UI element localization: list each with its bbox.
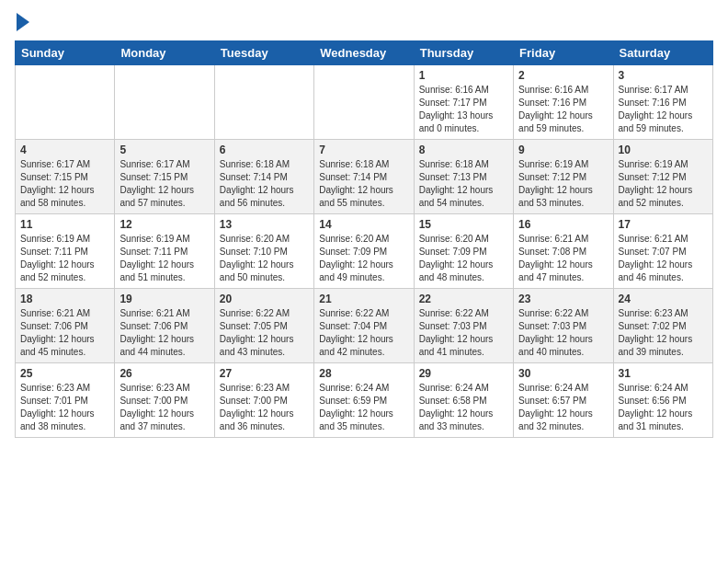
calendar-cell: 29Sunrise: 6:24 AM Sunset: 6:58 PM Dayli…	[414, 363, 513, 438]
day-number: 9	[518, 144, 608, 156]
calendar-cell	[314, 65, 414, 140]
calendar-cell: 26Sunrise: 6:23 AM Sunset: 7:00 PM Dayli…	[115, 363, 214, 438]
calendar-table: SundayMondayTuesdayWednesdayThursdayFrid…	[15, 40, 713, 438]
calendar-cell: 15Sunrise: 6:20 AM Sunset: 7:09 PM Dayli…	[414, 214, 513, 289]
calendar-week-row: 1Sunrise: 6:16 AM Sunset: 7:17 PM Daylig…	[16, 65, 713, 140]
day-number: 2	[518, 69, 608, 82]
calendar-cell: 31Sunrise: 6:24 AM Sunset: 6:56 PM Dayli…	[613, 363, 712, 438]
calendar-cell	[214, 65, 313, 140]
day-info: Sunrise: 6:19 AM Sunset: 7:12 PM Dayligh…	[518, 158, 608, 210]
logo-arrow-icon	[17, 13, 29, 31]
day-number: 6	[220, 144, 309, 156]
day-info: Sunrise: 6:21 AM Sunset: 7:06 PM Dayligh…	[20, 307, 109, 359]
column-header-saturday: Saturday	[613, 41, 712, 65]
day-info: Sunrise: 6:22 AM Sunset: 7:05 PM Dayligh…	[220, 307, 309, 359]
calendar-cell: 14Sunrise: 6:20 AM Sunset: 7:09 PM Dayli…	[314, 214, 414, 289]
day-number: 17	[619, 218, 708, 231]
calendar-cell: 20Sunrise: 6:22 AM Sunset: 7:05 PM Dayli…	[214, 289, 313, 363]
day-info: Sunrise: 6:18 AM Sunset: 7:13 PM Dayligh…	[419, 158, 508, 210]
day-number: 30	[518, 367, 608, 380]
calendar-cell: 5Sunrise: 6:17 AM Sunset: 7:15 PM Daylig…	[115, 140, 214, 214]
day-number: 26	[119, 367, 209, 380]
calendar-cell: 10Sunrise: 6:19 AM Sunset: 7:12 PM Dayli…	[613, 140, 712, 214]
day-number: 18	[20, 293, 109, 305]
day-number: 24	[619, 293, 708, 305]
calendar-cell: 8Sunrise: 6:18 AM Sunset: 7:13 PM Daylig…	[414, 140, 513, 214]
calendar-header-row: SundayMondayTuesdayWednesdayThursdayFrid…	[16, 41, 713, 65]
day-info: Sunrise: 6:24 AM Sunset: 6:58 PM Dayligh…	[419, 382, 508, 433]
day-number: 28	[319, 367, 408, 380]
day-info: Sunrise: 6:23 AM Sunset: 7:02 PM Dayligh…	[619, 307, 708, 359]
day-info: Sunrise: 6:20 AM Sunset: 7:09 PM Dayligh…	[419, 233, 508, 284]
calendar-week-row: 25Sunrise: 6:23 AM Sunset: 7:01 PM Dayli…	[16, 363, 713, 438]
calendar-cell: 22Sunrise: 6:22 AM Sunset: 7:03 PM Dayli…	[414, 289, 513, 363]
day-info: Sunrise: 6:22 AM Sunset: 7:03 PM Dayligh…	[518, 307, 608, 359]
day-info: Sunrise: 6:19 AM Sunset: 7:11 PM Dayligh…	[119, 233, 209, 284]
column-header-thursday: Thursday	[414, 41, 513, 65]
calendar-cell: 24Sunrise: 6:23 AM Sunset: 7:02 PM Dayli…	[613, 289, 712, 363]
day-info: Sunrise: 6:21 AM Sunset: 7:07 PM Dayligh…	[619, 233, 708, 284]
day-info: Sunrise: 6:20 AM Sunset: 7:10 PM Dayligh…	[220, 233, 309, 284]
day-info: Sunrise: 6:24 AM Sunset: 6:56 PM Dayligh…	[619, 382, 708, 433]
calendar-cell: 12Sunrise: 6:19 AM Sunset: 7:11 PM Dayli…	[115, 214, 214, 289]
calendar-cell: 25Sunrise: 6:23 AM Sunset: 7:01 PM Dayli…	[16, 363, 115, 438]
column-header-friday: Friday	[514, 41, 613, 65]
day-info: Sunrise: 6:22 AM Sunset: 7:04 PM Dayligh…	[319, 307, 408, 359]
calendar-week-row: 18Sunrise: 6:21 AM Sunset: 7:06 PM Dayli…	[16, 289, 713, 363]
logo	[15, 15, 29, 31]
day-info: Sunrise: 6:17 AM Sunset: 7:15 PM Dayligh…	[119, 158, 209, 210]
day-number: 5	[119, 144, 209, 156]
day-number: 11	[20, 218, 109, 231]
day-info: Sunrise: 6:21 AM Sunset: 7:06 PM Dayligh…	[119, 307, 209, 359]
day-info: Sunrise: 6:22 AM Sunset: 7:03 PM Dayligh…	[419, 307, 508, 359]
day-number: 19	[119, 293, 209, 305]
day-info: Sunrise: 6:16 AM Sunset: 7:16 PM Dayligh…	[518, 84, 608, 135]
calendar-cell: 7Sunrise: 6:18 AM Sunset: 7:14 PM Daylig…	[314, 140, 414, 214]
column-header-tuesday: Tuesday	[214, 41, 313, 65]
calendar-cell: 16Sunrise: 6:21 AM Sunset: 7:08 PM Dayli…	[514, 214, 613, 289]
day-info: Sunrise: 6:20 AM Sunset: 7:09 PM Dayligh…	[319, 233, 408, 284]
calendar-cell: 27Sunrise: 6:23 AM Sunset: 7:00 PM Dayli…	[214, 363, 313, 438]
day-info: Sunrise: 6:17 AM Sunset: 7:15 PM Dayligh…	[20, 158, 109, 210]
day-number: 16	[518, 218, 608, 231]
day-info: Sunrise: 6:17 AM Sunset: 7:16 PM Dayligh…	[619, 84, 708, 135]
calendar-week-row: 4Sunrise: 6:17 AM Sunset: 7:15 PM Daylig…	[16, 140, 713, 214]
calendar-cell: 3Sunrise: 6:17 AM Sunset: 7:16 PM Daylig…	[613, 65, 712, 140]
day-number: 7	[319, 144, 408, 156]
calendar-cell	[16, 65, 115, 140]
column-header-monday: Monday	[115, 41, 214, 65]
day-number: 14	[319, 218, 408, 231]
day-number: 3	[619, 69, 708, 82]
calendar-week-row: 11Sunrise: 6:19 AM Sunset: 7:11 PM Dayli…	[16, 214, 713, 289]
day-number: 10	[619, 144, 708, 156]
day-number: 13	[220, 218, 309, 231]
day-info: Sunrise: 6:19 AM Sunset: 7:11 PM Dayligh…	[20, 233, 109, 284]
calendar-cell: 2Sunrise: 6:16 AM Sunset: 7:16 PM Daylig…	[514, 65, 613, 140]
day-info: Sunrise: 6:24 AM Sunset: 6:57 PM Dayligh…	[518, 382, 608, 433]
page-header	[15, 15, 713, 31]
day-number: 8	[419, 144, 508, 156]
calendar-cell: 28Sunrise: 6:24 AM Sunset: 6:59 PM Dayli…	[314, 363, 414, 438]
calendar-cell: 21Sunrise: 6:22 AM Sunset: 7:04 PM Dayli…	[314, 289, 414, 363]
calendar-cell: 9Sunrise: 6:19 AM Sunset: 7:12 PM Daylig…	[514, 140, 613, 214]
calendar-cell: 4Sunrise: 6:17 AM Sunset: 7:15 PM Daylig…	[16, 140, 115, 214]
day-info: Sunrise: 6:18 AM Sunset: 7:14 PM Dayligh…	[319, 158, 408, 210]
day-info: Sunrise: 6:24 AM Sunset: 6:59 PM Dayligh…	[319, 382, 408, 433]
day-number: 29	[419, 367, 508, 380]
day-number: 25	[20, 367, 109, 380]
day-number: 23	[518, 293, 608, 305]
day-info: Sunrise: 6:16 AM Sunset: 7:17 PM Dayligh…	[419, 84, 508, 135]
calendar-cell: 11Sunrise: 6:19 AM Sunset: 7:11 PM Dayli…	[16, 214, 115, 289]
column-header-wednesday: Wednesday	[314, 41, 414, 65]
day-number: 31	[619, 367, 708, 380]
day-number: 21	[319, 293, 408, 305]
day-number: 27	[220, 367, 309, 380]
calendar-cell: 13Sunrise: 6:20 AM Sunset: 7:10 PM Dayli…	[214, 214, 313, 289]
calendar-cell: 1Sunrise: 6:16 AM Sunset: 7:17 PM Daylig…	[414, 65, 513, 140]
calendar-cell: 19Sunrise: 6:21 AM Sunset: 7:06 PM Dayli…	[115, 289, 214, 363]
day-number: 1	[419, 69, 508, 82]
day-info: Sunrise: 6:23 AM Sunset: 7:00 PM Dayligh…	[220, 382, 309, 433]
calendar-cell: 18Sunrise: 6:21 AM Sunset: 7:06 PM Dayli…	[16, 289, 115, 363]
calendar-cell	[115, 65, 214, 140]
day-number: 12	[119, 218, 209, 231]
